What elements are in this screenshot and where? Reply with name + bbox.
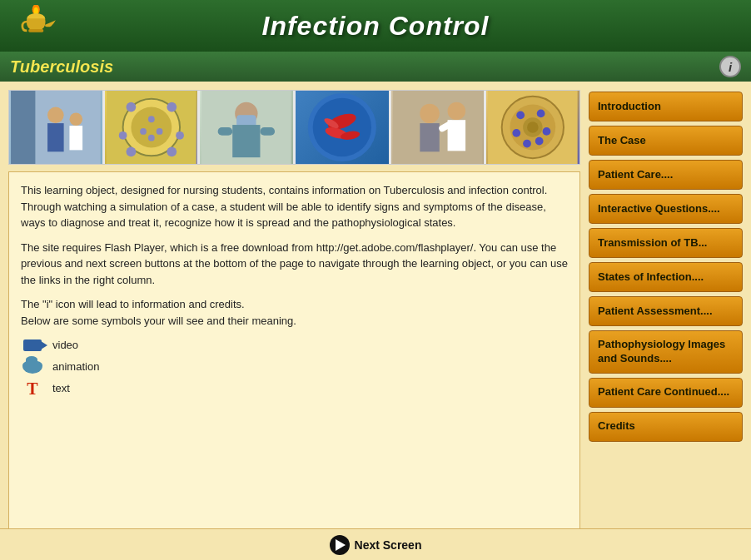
svg-point-36 — [420, 104, 439, 123]
symbol-list: video animation T text — [21, 337, 568, 397]
svg-rect-37 — [420, 123, 439, 151]
nav-patient-care-continued[interactable]: Patient Care Continued.... — [589, 378, 743, 408]
video-camera-icon — [23, 339, 42, 351]
svg-point-38 — [447, 102, 465, 121]
svg-rect-28 — [261, 127, 276, 136]
nav-states-of-infection[interactable]: States of Infection.... — [589, 262, 743, 292]
svg-rect-7 — [47, 123, 64, 151]
text-t-icon: T — [27, 380, 37, 397]
svg-point-44 — [517, 111, 525, 119]
svg-point-45 — [537, 109, 545, 117]
symbol-text: T text — [21, 380, 568, 397]
next-screen-button[interactable]: Next Screen — [330, 535, 422, 555]
svg-point-15 — [118, 131, 127, 140]
animation-label: animation — [52, 359, 99, 375]
svg-point-6 — [47, 107, 64, 124]
nav-credits[interactable]: Credits — [589, 412, 743, 442]
text-label: text — [52, 380, 70, 397]
svg-rect-5 — [11, 91, 35, 164]
svg-point-8 — [69, 112, 82, 126]
left-panel: This learning object, designed for nursi… — [8, 90, 580, 552]
right-nav-panel: Introduction The Case Patient Care.... I… — [589, 90, 743, 552]
image-1 — [9, 91, 102, 164]
paragraph-2: The site requires Flash Player, which is… — [21, 240, 568, 289]
svg-point-18 — [167, 146, 177, 156]
bottom-bar: Next Screen — [0, 528, 751, 560]
svg-point-14 — [167, 102, 177, 112]
header: Infection Control — [0, 0, 751, 52]
play-icon — [330, 535, 350, 555]
play-triangle-icon — [336, 539, 346, 551]
svg-rect-27 — [218, 127, 233, 136]
svg-point-12 — [131, 107, 172, 148]
svg-point-21 — [156, 128, 162, 135]
svg-point-51 — [527, 121, 539, 133]
image-5 — [391, 91, 485, 164]
nav-pathophysiology[interactable]: Pathophysiology Images and Sounds.... — [589, 330, 743, 374]
animation-icon-container — [21, 359, 44, 375]
svg-point-13 — [126, 102, 136, 112]
svg-point-17 — [126, 146, 136, 156]
svg-point-46 — [513, 129, 521, 137]
nav-patient-assessment[interactable]: Patient Assessment.... — [589, 296, 743, 326]
image-6 — [486, 91, 579, 164]
nav-introduction[interactable]: Introduction — [589, 92, 743, 121]
video-label: video — [52, 337, 78, 354]
paragraph-3: The "i" icon will lead to information an… — [21, 296, 568, 329]
text-icon-container: T — [21, 380, 44, 397]
image-3 — [200, 91, 293, 164]
subheader: Tuberculosis i — [0, 52, 751, 82]
nav-transmission[interactable]: Transmission of TB... — [589, 228, 743, 258]
svg-point-48 — [523, 140, 531, 148]
app-title: Infection Control — [67, 11, 684, 42]
lamp-logo — [17, 5, 67, 47]
image-4 — [296, 91, 389, 164]
video-icon-container — [21, 337, 44, 354]
nav-the-case[interactable]: The Case — [589, 126, 743, 156]
main-content: This learning object, designed for nursi… — [0, 82, 751, 560]
symbol-animation: animation — [21, 359, 568, 375]
svg-point-49 — [535, 137, 544, 146]
next-screen-label: Next Screen — [355, 538, 422, 552]
svg-point-22 — [148, 135, 155, 141]
svg-rect-9 — [69, 126, 82, 150]
paragraph-1: This learning object, designed for nursi… — [21, 182, 568, 231]
svg-rect-26 — [233, 125, 261, 157]
animation-cloud-icon — [22, 360, 42, 374]
svg-rect-3 — [28, 29, 43, 32]
svg-point-19 — [148, 116, 155, 122]
nav-patient-care[interactable]: Patient Care.... — [589, 160, 743, 190]
svg-point-47 — [543, 127, 551, 136]
page-subtitle: Tuberculosis — [10, 57, 113, 77]
image-2 — [105, 91, 198, 164]
image-strip — [8, 90, 580, 165]
info-button[interactable]: i — [719, 56, 741, 77]
nav-interactive-questions[interactable]: Interactive Questions.... — [589, 194, 743, 224]
text-content-area: This learning object, designed for nursi… — [8, 171, 580, 552]
svg-point-20 — [140, 128, 147, 135]
svg-point-16 — [176, 131, 184, 140]
symbol-video: video — [21, 337, 568, 354]
